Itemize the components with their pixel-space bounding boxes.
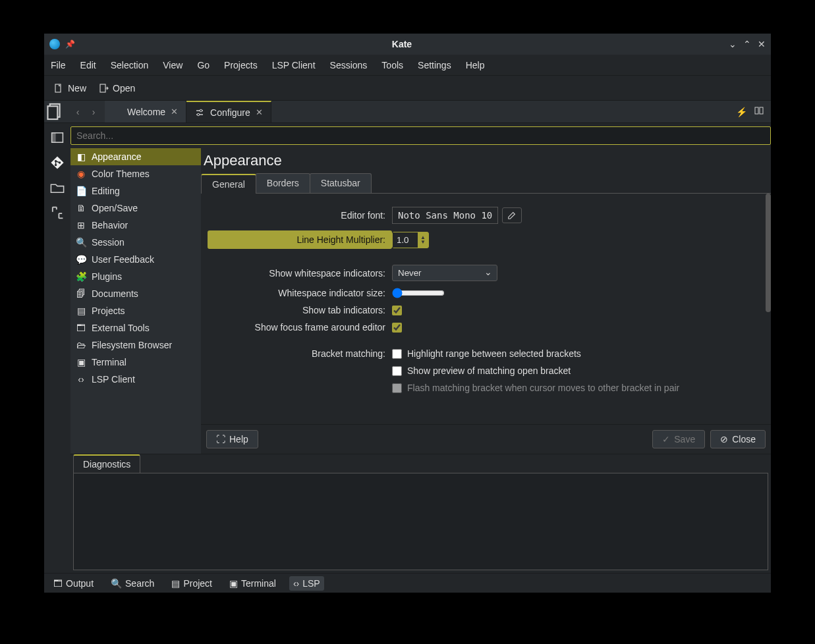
menu-view[interactable]: View (163, 60, 183, 70)
sidebar-item-color-themes[interactable]: ◉Color Themes (70, 165, 201, 182)
close-tab-welcome[interactable]: ✕ (171, 107, 178, 117)
bracket-opt1-label: Highlight range between selected bracket… (407, 348, 581, 359)
whitespace-size-label: Whitespace indicator size: (208, 288, 392, 298)
menu-tools[interactable]: Tools (381, 60, 403, 70)
menu-projects[interactable]: Projects (224, 60, 258, 70)
menu-go[interactable]: Go (197, 60, 210, 70)
sidebar-item-behavior[interactable]: ⊞Behavior (70, 217, 201, 234)
line-height-spinner[interactable]: ▲▼ (392, 232, 429, 248)
scrollbar[interactable] (766, 194, 771, 312)
sidebar-item-projects[interactable]: ▤Projects (70, 302, 201, 319)
sidebar-item-open-save[interactable]: 🗎Open/Save (70, 200, 201, 217)
prohibit-icon: ⊘ (720, 434, 728, 444)
bracket-preview-checkbox[interactable] (392, 366, 402, 376)
rail-symbols-icon[interactable] (49, 205, 65, 221)
tab-indicators-checkbox[interactable] (392, 306, 402, 315)
bracket-highlight-checkbox[interactable] (392, 349, 402, 359)
editing-icon: 📄 (76, 186, 86, 196)
whitespace-size-slider[interactable] (392, 288, 445, 298)
maximize-button[interactable]: ⌃ (743, 39, 751, 49)
svg-rect-3 (47, 106, 57, 119)
terminal-status-icon: ▣ (229, 578, 238, 589)
page-title: Appearance (201, 148, 771, 173)
help-button[interactable]: ⛶ Help (206, 430, 258, 448)
sidebar-item-external-tools[interactable]: 🗔External Tools (70, 319, 201, 336)
subtab-general[interactable]: General (201, 174, 256, 194)
editor-font-value: Noto Sans Mono 10 (392, 207, 498, 224)
sidebar-item-filesystem-browser[interactable]: 🗁Filesystem Browser (70, 336, 201, 354)
new-file-icon (53, 83, 64, 94)
window-title: Kate (75, 39, 729, 49)
close-tab-configure[interactable]: ✕ (256, 107, 263, 117)
focus-frame-checkbox[interactable] (392, 323, 402, 333)
documents-icon[interactable] (44, 101, 67, 122)
titlebar: 📌 Kate ⌄ ⌃ ✕ (44, 34, 771, 55)
menu-file[interactable]: File (51, 60, 66, 70)
menu-lsp-client[interactable]: LSP Client (272, 60, 316, 70)
subtab-borders[interactable]: Borders (256, 173, 310, 193)
config-sidebar: ◧Appearance ◉Color Themes 📄Editing 🗎Open… (70, 148, 201, 454)
open-file-icon (98, 83, 109, 94)
search-input[interactable] (70, 126, 771, 145)
documents-list-icon: 🗐 (76, 288, 86, 299)
session-icon: 🔍 (76, 237, 86, 248)
rail-git-icon[interactable] (49, 155, 65, 171)
sidebar-item-terminal[interactable]: ▣Terminal (70, 354, 201, 371)
svg-rect-9 (52, 133, 56, 142)
open-button[interactable]: Open (98, 83, 135, 94)
edit-font-button[interactable] (502, 207, 522, 223)
save-button[interactable]: ✓ Save (652, 430, 705, 448)
svg-point-4 (200, 109, 202, 112)
plugins-icon: 🧩 (76, 271, 86, 282)
sidebar-item-user-feedback[interactable]: 💬User Feedback (70, 251, 201, 268)
sb-search[interactable]: 🔍Search (107, 576, 158, 591)
split-view-icon[interactable] (754, 105, 764, 118)
close-button[interactable]: ⊘ Close (710, 430, 766, 448)
sb-output[interactable]: 🗔Output (49, 576, 98, 591)
line-height-input[interactable] (393, 232, 418, 248)
bracket-matching-label: Bracket matching: (208, 348, 392, 359)
diagnostics-body (73, 473, 768, 570)
menu-help[interactable]: Help (466, 60, 485, 70)
close-window-button[interactable]: ✕ (758, 39, 766, 49)
nav-forward-button[interactable]: › (86, 107, 101, 117)
subtab-statusbar[interactable]: Statusbar (310, 173, 372, 193)
projects-icon: ▤ (76, 306, 86, 316)
focus-frame-label: Show focus frame around editor (208, 322, 392, 333)
sb-lsp[interactable]: ‹›LSP (289, 576, 324, 591)
nav-back-button[interactable]: ‹ (70, 107, 85, 117)
search-icon: 🔍 (111, 578, 122, 589)
svg-point-5 (197, 113, 200, 116)
sidebar-item-editing[interactable]: 📄Editing (70, 182, 201, 200)
menu-selection[interactable]: Selection (111, 60, 149, 70)
sb-terminal[interactable]: ▣Terminal (225, 576, 280, 591)
menu-settings[interactable]: Settings (418, 60, 451, 70)
new-button[interactable]: New (53, 83, 86, 94)
diagnostics-tab[interactable]: Diagnostics (73, 454, 140, 473)
rail-documents-icon[interactable] (49, 130, 65, 146)
output-icon: 🗔 (53, 578, 63, 589)
pin-icon[interactable]: 📌 (65, 40, 75, 49)
statusbar: 🗔Output 🔍Search ▤Project ▣Terminal ‹›LSP (44, 573, 771, 593)
menu-edit[interactable]: Edit (80, 60, 96, 70)
sidebar-item-appearance[interactable]: ◧Appearance (70, 148, 201, 165)
whitespace-select[interactable]: Never (392, 265, 497, 281)
tab-configure[interactable]: Configure ✕ (186, 101, 271, 122)
kate-window: 📌 Kate ⌄ ⌃ ✕ File Edit Selection View Go… (44, 34, 771, 593)
svg-rect-6 (755, 107, 758, 114)
rail-folder-icon[interactable] (49, 180, 65, 196)
welcome-tab-icon (113, 107, 122, 117)
sidebar-item-session[interactable]: 🔍Session (70, 234, 201, 251)
sb-project[interactable]: ▤Project (167, 576, 216, 591)
quick-open-icon[interactable]: ⚡ (736, 107, 747, 117)
menu-sessions[interactable]: Sessions (330, 60, 368, 70)
sidebar-item-documents[interactable]: 🗐Documents (70, 285, 201, 302)
spinner-down[interactable]: ▼ (418, 240, 428, 244)
bracket-opt3-label: Flash matching bracket when cursor moves… (407, 383, 679, 393)
tab-welcome[interactable]: Welcome ✕ (105, 101, 186, 122)
bracket-flash-checkbox[interactable] (392, 383, 402, 393)
sidebar-item-lsp-client[interactable]: ‹›LSP Client (70, 371, 201, 388)
minimize-button[interactable]: ⌄ (729, 39, 737, 49)
lsp-icon: ‹› (76, 374, 86, 385)
sidebar-item-plugins[interactable]: 🧩Plugins (70, 268, 201, 285)
